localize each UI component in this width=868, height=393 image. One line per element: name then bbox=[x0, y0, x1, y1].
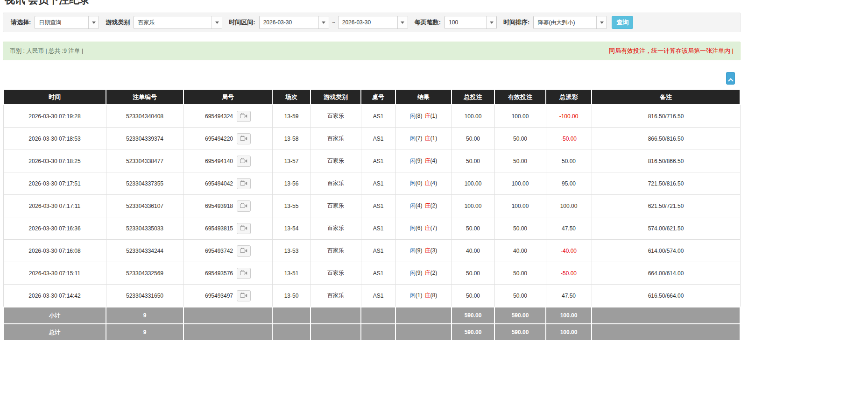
total-bet-link[interactable]: 50.00 bbox=[452, 262, 494, 285]
banker-score: (7) bbox=[430, 225, 438, 231]
table-row: 2026-03-30 07:19:28 523304340408 6954943… bbox=[3, 105, 740, 128]
table-row: 2026-03-30 07:15:11 523304332569 6954935… bbox=[3, 262, 740, 285]
banker-result: 庄 bbox=[425, 180, 430, 186]
page-size-label: 每页笔数: bbox=[415, 18, 441, 27]
total-bet-link[interactable]: 50.00 bbox=[452, 285, 494, 307]
note-cell: 574.00/621.50 bbox=[592, 217, 740, 240]
table-row: 2026-03-30 07:18:25 523304338477 6954941… bbox=[3, 150, 740, 172]
banker-result: 庄 bbox=[425, 202, 430, 209]
grand-total-payout: 100.00 bbox=[546, 324, 592, 341]
records-table-body: 2026-03-30 07:19:28 523304340408 6954943… bbox=[3, 105, 740, 307]
search-button[interactable]: 查询 bbox=[612, 16, 633, 29]
round-no-cell: 695494140 bbox=[183, 150, 272, 172]
chevron-up-icon bbox=[728, 78, 733, 83]
currency-total-info: 币别 : 人民币 | 总共 :9 注单 | bbox=[10, 47, 83, 55]
video-replay-icon bbox=[240, 293, 247, 299]
game-type-dropdown[interactable]: 百家乐 bbox=[134, 16, 222, 29]
header-session: 场次 bbox=[272, 89, 311, 105]
total-bet-link[interactable]: 100.00 bbox=[452, 105, 494, 128]
valid-bet-notice: 同局有效投注，统一计算在该局第一张注单内 | bbox=[609, 47, 734, 55]
total-bet-link[interactable]: 100.00 bbox=[452, 195, 494, 217]
result-cell: 闲(7)庄(1) bbox=[395, 128, 452, 150]
valid-bet-cell: 100.00 bbox=[494, 105, 546, 128]
total-bet-link[interactable]: 50.00 bbox=[452, 128, 494, 150]
round-number: 695494324 bbox=[205, 113, 233, 120]
filter-bar: 请选择: 日期查询 游戏类别 百家乐 时间区间: 2026-03-30 ~ 20… bbox=[3, 13, 741, 32]
query-type-dropdown[interactable]: 日期查询 bbox=[35, 16, 99, 29]
round-no-cell: 695493742 bbox=[183, 240, 272, 262]
player-score: (7) bbox=[416, 135, 423, 142]
round-replay-button[interactable] bbox=[237, 268, 251, 279]
valid-bet-cell: 100.00 bbox=[494, 172, 546, 195]
round-replay-button[interactable] bbox=[237, 245, 251, 257]
bet-no-cell: 523304339374 bbox=[106, 128, 183, 150]
subtotal-total-bet: 590.00 bbox=[452, 307, 494, 324]
grand-total-valid-bet: 590.00 bbox=[494, 324, 546, 341]
valid-bet-cell: 50.00 bbox=[494, 262, 546, 285]
date-to-picker[interactable]: 2026-03-30 bbox=[338, 16, 408, 29]
payout-cell: -40.00 bbox=[546, 240, 592, 262]
round-replay-button[interactable] bbox=[237, 111, 251, 122]
table-no-cell: AS1 bbox=[361, 172, 395, 195]
round-number: 695494140 bbox=[205, 158, 233, 164]
session-cell: 13-54 bbox=[272, 217, 311, 240]
scroll-top-button[interactable] bbox=[726, 72, 735, 85]
time-cell: 2026-03-30 07:18:25 bbox=[3, 150, 106, 172]
banker-result: 庄 bbox=[425, 292, 430, 299]
note-cell: 621.50/721.50 bbox=[592, 195, 740, 217]
player-result: 闲 bbox=[410, 292, 416, 299]
player-score: (6) bbox=[416, 225, 423, 231]
query-type-value: 日期查询 bbox=[35, 19, 65, 27]
date-from-value: 2026-03-30 bbox=[260, 19, 296, 26]
bet-no-cell: 523304337355 bbox=[106, 172, 183, 195]
select-type-label: 请选择: bbox=[11, 18, 31, 27]
result-cell: 闲(0)庄(4) bbox=[395, 172, 452, 195]
payout-cell: 100.00 bbox=[546, 195, 592, 217]
round-replay-button[interactable] bbox=[237, 178, 251, 189]
bet-no-cell: 523304338477 bbox=[106, 150, 183, 172]
total-bet-link[interactable]: 40.00 bbox=[452, 240, 494, 262]
round-no-cell: 695494042 bbox=[183, 172, 272, 195]
video-replay-icon bbox=[240, 136, 247, 142]
payout-cell: -50.00 bbox=[546, 128, 592, 150]
round-no-cell: 695493815 bbox=[183, 217, 272, 240]
total-bet-link[interactable]: 100.00 bbox=[452, 172, 494, 195]
game-type-cell: 百家乐 bbox=[311, 285, 361, 307]
chevron-down-icon bbox=[486, 16, 496, 29]
result-cell: 闲(8)庄(1) bbox=[395, 105, 452, 128]
video-replay-icon bbox=[240, 225, 247, 231]
summary-bar: 币别 : 人民币 | 总共 :9 注单 | 同局有效投注，统一计算在该局第一张注… bbox=[3, 42, 741, 60]
table-row: 2026-03-30 07:16:36 523304335033 6954938… bbox=[3, 217, 740, 240]
video-replay-icon bbox=[240, 180, 247, 186]
page-size-value: 100 bbox=[445, 19, 462, 26]
time-cell: 2026-03-30 07:14:42 bbox=[3, 285, 106, 307]
time-cell: 2026-03-30 07:19:28 bbox=[3, 105, 106, 128]
table-row: 2026-03-30 07:17:51 523304337355 6954940… bbox=[3, 172, 740, 195]
round-no-cell: 695493576 bbox=[183, 262, 272, 285]
bet-no-cell: 523304340408 bbox=[106, 105, 183, 128]
payout-cell: 50.00 bbox=[546, 150, 592, 172]
player-score: (1) bbox=[416, 292, 423, 299]
round-replay-button[interactable] bbox=[237, 223, 251, 234]
note-cell: 721.50/816.50 bbox=[592, 172, 740, 195]
round-replay-button[interactable] bbox=[237, 156, 251, 167]
result-cell: 闲(1)庄(8) bbox=[395, 285, 452, 307]
time-sort-dropdown[interactable]: 降幂(由大到小) bbox=[533, 16, 607, 29]
game-type-label: 游戏类别 bbox=[106, 18, 130, 27]
round-replay-button[interactable] bbox=[237, 133, 251, 144]
date-from-picker[interactable]: 2026-03-30 bbox=[259, 16, 329, 29]
banker-score: (2) bbox=[430, 270, 438, 276]
valid-bet-cell: 40.00 bbox=[494, 240, 546, 262]
game-type-cell: 百家乐 bbox=[311, 128, 361, 150]
time-cell: 2026-03-30 07:16:36 bbox=[3, 217, 106, 240]
round-replay-button[interactable] bbox=[237, 200, 251, 212]
game-type-cell: 百家乐 bbox=[311, 105, 361, 128]
subtotal-label: 小计 bbox=[3, 307, 106, 324]
round-replay-button[interactable] bbox=[237, 290, 251, 301]
round-no-cell: 695493497 bbox=[183, 285, 272, 307]
total-bet-link[interactable]: 50.00 bbox=[452, 217, 494, 240]
session-cell: 13-57 bbox=[272, 150, 311, 172]
page-size-dropdown[interactable]: 100 bbox=[445, 16, 497, 29]
time-cell: 2026-03-30 07:18:53 bbox=[3, 128, 106, 150]
total-bet-link[interactable]: 50.00 bbox=[452, 150, 494, 172]
